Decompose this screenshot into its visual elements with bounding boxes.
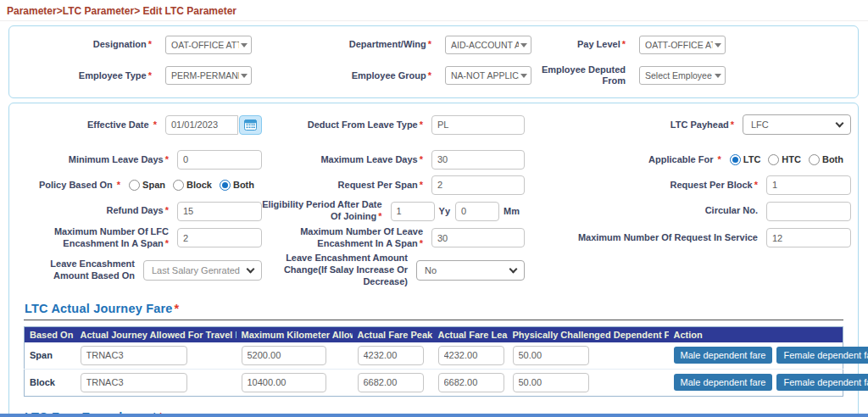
max-lfc-encashment-label: Maximum Number Of LFC Encashment In A Sp… — [16, 226, 177, 250]
request-per-span-input[interactable] — [431, 175, 525, 195]
years-unit-label: Yy — [439, 206, 450, 216]
department-wing-label: Department/Wing* — [252, 39, 445, 50]
leave-encashment-change-label: Leave Encashment Amount Change(If Salay … — [262, 253, 416, 287]
employee-type-select[interactable]: PERM-PERMANENT — [165, 66, 252, 85]
table-row: Block Male dependent fareFemale dependen… — [25, 369, 843, 396]
fare-peak-input[interactable] — [358, 346, 424, 365]
chevron-down-icon — [836, 119, 844, 127]
calendar-button[interactable] — [239, 115, 262, 135]
fare-lean-input[interactable] — [438, 346, 504, 365]
leave-encashment-based-on-label: Leave Encashment Amount Based On — [16, 259, 143, 282]
female-dependent-fare-button[interactable]: Female dependent fare — [776, 374, 868, 391]
table-header-row: Based On Actual Journey Allowed For Trav… — [25, 326, 843, 342]
max-lfc-encashment-input[interactable] — [177, 228, 262, 247]
maximum-leave-days-label: Maximum Leave Days* — [262, 154, 431, 166]
minimum-leave-days-label: Minimum Leave Days* — [16, 154, 177, 166]
radio-selected-icon — [220, 180, 231, 191]
effective-date-input[interactable] — [165, 115, 238, 135]
ltc-parameter-panel: Effective Date * Deduct From Leave Type*… — [8, 103, 859, 417]
bottom-window-edge — [0, 414, 868, 417]
radio-icon — [809, 154, 820, 165]
ltc-payhead-label: LTC Payhead* — [525, 120, 743, 131]
leave-encashment-change-select[interactable]: No — [416, 260, 525, 281]
employee-criteria-panel: Designation* OAT-OFFICE ATTEN.. Departme… — [8, 25, 859, 98]
calendar-icon — [244, 119, 257, 131]
chevron-down-icon — [509, 264, 518, 273]
applicable-for-radio-htc[interactable]: HTC — [768, 154, 801, 165]
column-header: Based On — [25, 326, 75, 342]
department-wing-field: Department/Wing* AID-ACCOUNT AND I.. — [252, 36, 531, 54]
chevron-down-icon — [520, 74, 527, 78]
breadcrumb: Parameter>LTC Parameter> Edit LTC Parame… — [0, 0, 868, 21]
male-dependent-fare-button[interactable]: Male dependent fare — [674, 347, 773, 364]
deduct-from-leave-type-input[interactable] — [431, 115, 525, 135]
chevron-down-icon — [241, 74, 248, 78]
ltc-payhead-select[interactable]: LFC — [743, 114, 851, 135]
pay-level-field: Pay Level* OATT-OFFICE ATTE.. — [531, 36, 853, 54]
circular-no-label: Circular No. — [525, 205, 766, 217]
applicable-for-radio-ltc[interactable]: LTC — [730, 154, 761, 165]
eligibility-years-input[interactable] — [391, 202, 435, 221]
female-dependent-fare-button[interactable]: Female dependent fare — [776, 347, 868, 364]
chevron-down-icon — [241, 43, 248, 47]
radio-icon — [129, 180, 140, 191]
pcd-fare-input[interactable] — [513, 346, 589, 365]
max-leave-encashment-input[interactable] — [431, 228, 525, 247]
journey-fare-section-title: LTC Actual Journey Fare* — [25, 302, 843, 315]
radio-icon — [768, 154, 779, 165]
circular-no-input[interactable] — [766, 202, 851, 221]
travel-mode-input[interactable] — [81, 373, 187, 392]
journey-fare-table: Based On Actual Journey Allowed For Trav… — [24, 326, 843, 397]
months-unit-label: Mm — [504, 206, 520, 216]
employee-group-field: Employee Group* NA-NOT APPLICABLE — [252, 64, 531, 86]
section-divider — [24, 320, 843, 320]
employee-group-select[interactable]: NA-NOT APPLICABLE — [445, 66, 531, 85]
applicable-for-radio-both[interactable]: Both — [809, 154, 843, 165]
chevron-down-icon — [715, 43, 721, 47]
pcd-fare-input[interactable] — [513, 373, 589, 392]
max-kilometer-input[interactable] — [242, 346, 326, 365]
max-request-in-service-label: Maximum Number Of Request In Service — [525, 232, 766, 244]
refund-days-label: Refund Days* — [16, 205, 177, 217]
employee-group-label: Employee Group* — [252, 70, 445, 81]
column-header: Physically Challenged Dependent Fare — [508, 326, 669, 342]
table-row: Span Male dependent fareFemale dependent… — [25, 342, 843, 370]
chevron-down-icon — [520, 43, 527, 47]
policy-radio-block[interactable]: Block — [173, 180, 212, 191]
eligibility-period-label: Eligibility Period After Date Of Joining… — [262, 199, 391, 223]
pay-level-label: Pay Level* — [531, 39, 639, 50]
male-dependent-fare-button[interactable]: Male dependent fare — [674, 374, 773, 391]
designation-select[interactable]: OAT-OFFICE ATTEN.. — [165, 36, 252, 54]
column-header: Actual Fare Peak — [353, 326, 433, 342]
refund-days-input[interactable] — [177, 202, 262, 221]
request-per-block-input[interactable] — [766, 175, 851, 195]
max-leave-encashment-label: Maximum Number Of Leave Encashment In A … — [262, 226, 431, 250]
employee-type-field: Employee Type* PERM-PERMANENT — [14, 64, 252, 86]
request-per-block-label: Request Per Block* — [525, 180, 766, 192]
employee-type-label: Employee Type* — [14, 70, 165, 81]
request-per-span-label: Request Per Span* — [262, 180, 431, 192]
fare-lean-input[interactable] — [438, 373, 504, 392]
based-on-value: Span — [25, 342, 75, 370]
policy-radio-span[interactable]: Span — [129, 180, 165, 191]
policy-radio-both[interactable]: Both — [220, 180, 254, 191]
employee-deputed-from-select[interactable]: Select Employee Dep. — [639, 66, 726, 85]
department-wing-select[interactable]: AID-ACCOUNT AND I.. — [445, 36, 531, 54]
column-header: Action — [669, 326, 843, 342]
deduct-from-leave-type-label: Deduct From Leave Type* — [262, 120, 431, 131]
designation-field: Designation* OAT-OFFICE ATTEN.. — [14, 36, 252, 54]
leave-encashment-based-on-select[interactable]: Last Salary Genrated — [143, 260, 262, 281]
employee-deputed-from-label: Employee Deputed From — [531, 64, 639, 86]
radio-icon — [173, 180, 184, 191]
travel-mode-input[interactable] — [81, 346, 187, 365]
fare-peak-input[interactable] — [358, 373, 424, 392]
max-request-in-service-input[interactable] — [766, 228, 851, 247]
minimum-leave-days-input[interactable] — [177, 150, 262, 170]
column-header: Maximum Kilometer Allowed — [236, 326, 353, 342]
max-kilometer-input[interactable] — [242, 373, 326, 392]
maximum-leave-days-input[interactable] — [431, 150, 525, 170]
pay-level-select[interactable]: OATT-OFFICE ATTE.. — [639, 36, 726, 54]
based-on-value: Block — [25, 369, 75, 396]
policy-based-on-label: Policy Based On * — [16, 180, 129, 192]
eligibility-months-input[interactable] — [455, 202, 499, 221]
